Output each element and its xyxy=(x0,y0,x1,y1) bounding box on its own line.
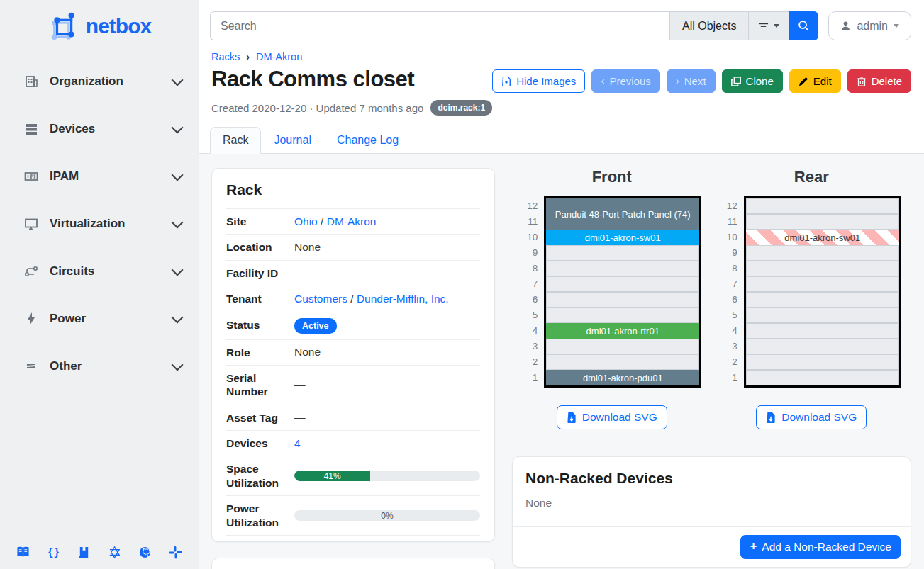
object-id-badge: dcim.rack:1 xyxy=(430,100,492,116)
chevron-down-icon xyxy=(172,264,184,276)
tenant-customers-link[interactable]: Customers xyxy=(294,293,347,305)
unit-number: 12 xyxy=(722,198,737,214)
serial-number-label: Serial Number xyxy=(226,365,294,405)
netbox-logo[interactable]: netbox xyxy=(0,0,199,50)
sidebar-item-organization[interactable]: Organization xyxy=(0,64,199,99)
rear-download-svg-button[interactable]: Download SVG xyxy=(756,405,867,429)
svg-text:{}: {} xyxy=(48,547,60,558)
chevron-right-icon: › xyxy=(676,74,679,86)
caret-down-icon xyxy=(774,24,779,28)
site-dm-akron-link[interactable]: DM-Akron xyxy=(327,215,377,227)
add-non-racked-device-button[interactable]: + Add a Non-Racked Device xyxy=(740,535,901,559)
tab-journal[interactable]: Journal xyxy=(261,127,323,154)
plus-icon: + xyxy=(750,539,757,553)
rack-slot xyxy=(746,198,899,214)
front-unit-numbers: 121110987654321 xyxy=(522,196,544,388)
tab-rack[interactable]: Rack xyxy=(210,127,261,154)
rear-unit-numbers: 121110987654321 xyxy=(722,196,744,388)
rack-info-table: Site Ohio / DM-Akron Location None Facil… xyxy=(226,208,480,536)
next-button[interactable]: › Next xyxy=(667,69,716,93)
sidebar-item-ipam[interactable]: IPAM xyxy=(0,159,199,194)
rack-slot xyxy=(546,308,699,323)
sidebar-item-circuits[interactable]: Circuits xyxy=(0,254,199,289)
breadcrumb: Racks › DM-Akron xyxy=(199,40,924,62)
github-icon[interactable] xyxy=(138,545,152,559)
lightning-icon xyxy=(24,312,38,326)
download-file-icon xyxy=(567,412,577,423)
status-label: Status xyxy=(226,312,294,339)
sidebar-item-devices[interactable]: Devices xyxy=(0,111,199,147)
journal-icon[interactable] xyxy=(77,545,91,559)
delete-button[interactable]: Delete xyxy=(847,69,911,93)
chevron-down-icon xyxy=(172,359,184,371)
front-title: Front xyxy=(592,168,632,186)
user-menu-button[interactable]: admin xyxy=(828,11,911,40)
rack-slot xyxy=(746,370,899,385)
breadcrumb-dm-akron[interactable]: DM-Akron xyxy=(256,51,302,62)
search-scope-button[interactable]: All Objects xyxy=(669,11,748,40)
rack-slot xyxy=(746,339,899,354)
rack-slot xyxy=(746,276,899,292)
breadcrumb-racks[interactable]: Racks xyxy=(211,51,240,62)
power-utilization-bar: 0% xyxy=(294,510,480,521)
table-row: Site Ohio / DM-Akron xyxy=(226,209,480,235)
rack-slot xyxy=(746,323,899,339)
chevron-down-icon xyxy=(172,216,184,228)
sidebar: netbox OrganizationDevicesIPAMVirtualiza… xyxy=(0,0,199,569)
non-racked-body: Non-Racked Devices None xyxy=(513,457,911,526)
device-block[interactable]: dmi01-akron-pdu01 xyxy=(546,370,699,385)
next-label: Next xyxy=(684,75,706,87)
unit-number: 5 xyxy=(722,308,737,323)
slack-icon[interactable] xyxy=(169,545,183,559)
devices-count-link[interactable]: 4 xyxy=(294,437,301,449)
meta-row: Created 2020-12-20 · Updated 7 months ag… xyxy=(199,93,924,116)
front-download-svg-button[interactable]: Download SVG xyxy=(557,405,667,429)
unit-number: 2 xyxy=(522,354,538,370)
sidebar-item-other[interactable]: Other xyxy=(0,349,199,384)
device-block[interactable]: Panduit 48-Port Patch Panel (74) xyxy=(546,198,699,230)
table-row: Role None xyxy=(226,339,480,365)
rack-slot xyxy=(546,245,699,261)
device-block[interactable]: dmi01-akron-rtr01 xyxy=(546,323,699,339)
unit-number: 1 xyxy=(522,370,538,385)
site-ohio-link[interactable]: Ohio xyxy=(294,215,318,227)
rack-slot xyxy=(546,292,699,308)
unit-number: 9 xyxy=(522,245,538,261)
sidebar-item-virtualization[interactable]: Virtualization xyxy=(0,206,199,242)
hide-images-button[interactable]: Hide Images xyxy=(492,69,585,93)
unit-number: 4 xyxy=(522,323,538,339)
non-racked-empty-text: None xyxy=(525,497,898,515)
search-submit-button[interactable] xyxy=(789,11,818,40)
unit-number: 3 xyxy=(522,339,538,354)
tenant-dunder-mifflin-link[interactable]: Dunder-Mifflin, Inc. xyxy=(357,293,449,305)
device-block[interactable]: dmi01-akron-sw01 xyxy=(546,230,699,245)
page-title: Rack Comms closet xyxy=(211,67,414,92)
table-row: Power Utilization 0% xyxy=(226,496,480,536)
api-icon[interactable]: {} xyxy=(46,545,60,559)
device-block[interactable]: dmi01-akron-sw01 xyxy=(746,230,899,245)
hide-images-label: Hide Images xyxy=(516,75,576,87)
edit-button[interactable]: Edit xyxy=(789,69,841,93)
search-input[interactable] xyxy=(210,11,669,40)
previous-button[interactable]: ‹ Previous xyxy=(591,69,659,93)
front-rack-frame: Panduit 48-Port Patch Panel (74)dmi01-ak… xyxy=(544,196,701,388)
table-row: Devices 4 xyxy=(226,431,480,456)
search-filter-button[interactable] xyxy=(748,11,789,40)
community-icon[interactable] xyxy=(108,545,122,559)
asset-tag-label: Asset Tag xyxy=(226,405,294,430)
space-utilization-value: 41% xyxy=(324,471,341,481)
user-name: admin xyxy=(857,20,888,33)
tab-change-log[interactable]: Change Log xyxy=(324,127,411,154)
tenant-label: Tenant xyxy=(226,286,294,312)
sidebar-item-power[interactable]: Power xyxy=(0,301,199,337)
docs-icon[interactable] xyxy=(16,545,30,559)
netbox-logo-icon xyxy=(48,10,80,43)
download-file-icon xyxy=(766,412,776,423)
table-row: Status Active xyxy=(226,312,480,339)
rack-slot xyxy=(546,261,699,276)
clone-button[interactable]: Clone xyxy=(722,69,783,93)
unit-number: 11 xyxy=(522,214,538,230)
action-buttons: Hide Images ‹ Previous › Next Clone xyxy=(492,69,911,93)
table-row: Facility ID — xyxy=(226,260,480,286)
rear-elevation: Rear 121110987654321 dmi01-akron-sw01 Do… xyxy=(712,168,912,429)
